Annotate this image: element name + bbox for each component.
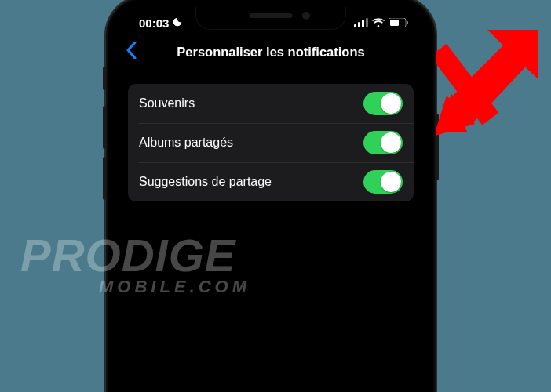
row-albums-partages: Albums partagés: [128, 123, 414, 162]
navigation-bar: Personnaliser les notifications: [117, 38, 425, 73]
wifi-icon: [372, 18, 385, 27]
phone-frame: 00:03: [106, 0, 436, 392]
toggle-suggestions-partage[interactable]: [363, 170, 403, 194]
svg-rect-6: [407, 21, 408, 24]
power-button: [436, 114, 439, 180]
mute-switch: [103, 67, 106, 90]
svg-marker-11: [436, 97, 475, 136]
toggle-albums-partages[interactable]: [363, 131, 403, 154]
svg-marker-13: [436, 96, 470, 130]
phone-notch: [196, 7, 345, 29]
svg-marker-7: [436, 96, 467, 132]
volume-down-button: [103, 157, 106, 200]
row-label: Souvenirs: [139, 96, 195, 111]
row-label: Albums partagés: [139, 136, 233, 150]
cellular-signal-icon: [354, 18, 368, 27]
toggle-souvenirs[interactable]: [363, 92, 403, 115]
annotation-arrow-icon: [436, 30, 538, 136]
svg-rect-1: [358, 22, 360, 27]
svg-marker-14: [445, 30, 538, 122]
svg-rect-2: [362, 20, 364, 27]
svg-marker-15: [437, 94, 475, 132]
annotation-arrow-icon: [436, 30, 538, 136]
battery-icon: [389, 18, 409, 27]
svg-marker-9: [491, 30, 538, 78]
status-time: 00:03: [139, 16, 169, 30]
svg-rect-5: [390, 20, 399, 26]
page-title: Personnaliser les notifications: [117, 45, 425, 60]
row-suggestions-partage: Suggestions de partage: [128, 162, 414, 201]
volume-up-button: [103, 106, 106, 149]
svg-marker-12: [442, 30, 538, 124]
svg-rect-8: [436, 44, 498, 125]
svg-rect-0: [354, 24, 356, 27]
svg-rect-3: [366, 18, 368, 27]
phone-screen: 00:03: [117, 7, 425, 392]
svg-marker-10: [444, 30, 538, 126]
row-label: Suggestions de partage: [139, 175, 272, 189]
settings-group: Souvenirs Albums partagés Suggestions de…: [128, 84, 414, 201]
back-button[interactable]: [126, 42, 140, 62]
do-not-disturb-icon: [172, 16, 183, 30]
row-souvenirs: Souvenirs: [128, 84, 414, 123]
